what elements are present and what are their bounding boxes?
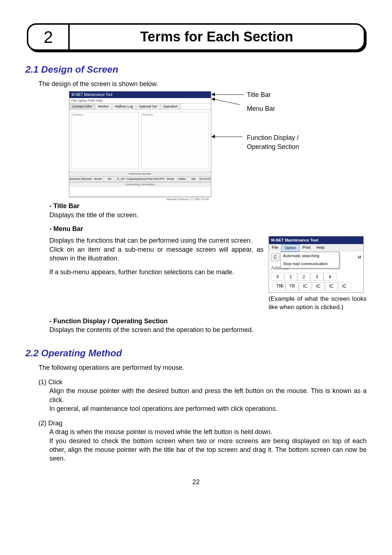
fig1-tab: Monitor — [95, 104, 112, 109]
term-title-bar-desc: Displays the title of the screen. — [49, 211, 367, 219]
fig1-connecting-info-bar: Connecting Information — [69, 182, 211, 187]
cell: TR — [273, 282, 286, 290]
chapter-number: 2 — [28, 25, 70, 49]
section-2-2-heading: 2.2 Operating Method — [25, 347, 367, 360]
term-menu-bar: - Menu Bar — [49, 224, 367, 233]
fig1-left-grid: Address — [72, 112, 139, 169]
th: BranchPair — [139, 177, 154, 182]
item-click-num: (1) Click — [38, 378, 367, 386]
term-menu-bar-p1: Displays the functions that can be perfo… — [49, 236, 264, 245]
th: ErrorCD — [199, 177, 211, 182]
fig2-c-button[interactable]: C — [271, 253, 279, 261]
cell: 4 — [323, 273, 336, 281]
th: Address — [69, 177, 81, 182]
figure-option-dropdown: M-NET Maintenance Tool File Option Print… — [269, 236, 364, 293]
term-menu-bar-p2: Click on an item and a sub-menu or messa… — [49, 245, 264, 263]
fig2-address-row-0: 0 TR TR IC IC IC IC — [271, 282, 361, 290]
term-function-section-desc: Displays the contents of the screen and … — [49, 325, 367, 334]
cell: 2 — [297, 273, 310, 281]
fig2-menu-option[interactable]: Option — [281, 244, 299, 252]
term-menu-bar-p3: If a sub-menu appears, further function … — [49, 268, 264, 276]
fig2-address-header-row: 0 1 2 3 4 — [271, 273, 361, 281]
fig1-title-bar: M-NET Maintenance Tool — [69, 92, 211, 98]
fig2-dropdown: Automatic searching Stop mail communicat… — [281, 252, 339, 268]
fig1-tabs: Connect Infor Monitor Malfunc Log Option… — [69, 103, 211, 110]
fig2-caption: (Example of what the screen looks like w… — [269, 295, 367, 312]
fig2-menu-file[interactable]: File — [269, 244, 281, 252]
arrow-icon — [211, 97, 215, 101]
item-click-p2: In general, all maintenance tool operati… — [49, 404, 367, 413]
fig1-menu-bar: File Option Print Help — [69, 98, 211, 103]
fig1-lower-table — [69, 187, 211, 197]
callout-line — [215, 137, 242, 137]
fig1-tab: Operation — [160, 104, 181, 109]
fig1-table-headers: Address Attribute Model Ver G_NO Capacit… — [69, 177, 211, 182]
th: Mode — [165, 177, 176, 182]
item-drag-num: (2) Drag — [38, 419, 367, 428]
th: Set — [188, 177, 200, 182]
figure-screen-design: M-NET Maintenance Tool File Option Print… — [69, 91, 367, 197]
th: Intake — [176, 177, 188, 182]
fig2-toolbar-right: M — [358, 255, 361, 260]
callout-line — [215, 99, 240, 105]
fig2-dropdown-item[interactable]: Automatic searching — [281, 252, 339, 260]
term-function-section: - Function Display / Operating Section — [49, 317, 367, 325]
callout-line — [215, 94, 244, 95]
fig1-tab: Optional Set — [136, 104, 160, 109]
cell: 1 — [284, 273, 297, 281]
cell: 0 — [271, 273, 284, 281]
fig1-tab: Malfunc Log — [112, 104, 136, 109]
cell: TR — [286, 282, 299, 290]
cell: 3 — [310, 273, 323, 281]
fig2-menu-help[interactable]: Help — [314, 244, 328, 252]
term-title-bar: - Title Bar — [49, 202, 367, 210]
fig1-body: Address Address — [69, 110, 211, 171]
fig1-right-grid: Address — [141, 112, 209, 169]
fig1-window: M-NET Maintenance Tool File Option Print… — [69, 91, 211, 197]
item-drag-p1: A drag is when the mouse pointer is move… — [49, 428, 367, 436]
item-click-p1: Align the mouse pointer with the desired… — [49, 386, 367, 404]
th: Model — [92, 177, 104, 182]
item-drag-p2: If you desired to check the bottom scree… — [49, 437, 367, 463]
fig1-status-bar: Monday February 17 2003 14:34 — [69, 197, 211, 202]
fig2-title-bar: M-NET Maintenance Tool — [269, 236, 363, 244]
th: Ver — [104, 177, 115, 182]
grid-label: Address — [73, 113, 83, 117]
fig2-menu-print[interactable]: Print — [299, 244, 314, 252]
chapter-title: Terms for Each Section — [70, 25, 364, 49]
arrow-icon — [211, 135, 215, 138]
cell: IC — [338, 282, 351, 290]
fig2-menu-bar: File Option Print Help — [269, 244, 363, 252]
sec21-intro: The design of the screen is shown below. — [38, 80, 367, 88]
cell: IC — [325, 282, 338, 290]
th: ON/OFF — [153, 177, 165, 182]
cell: IC — [299, 282, 312, 290]
th: Attribute — [81, 177, 93, 182]
cell: IC — [312, 282, 325, 290]
callout-menu-bar: Menu Bar — [247, 104, 275, 113]
th: G_NO — [115, 177, 127, 182]
th: Capacity — [127, 177, 139, 182]
fig1-tab: Connect Infor — [69, 104, 95, 109]
fig1-individual-monitor-bar: Individual Monitor — [69, 171, 211, 177]
fig2-dropdown-item[interactable]: Stop mail communication — [281, 260, 339, 268]
grid-label: Address — [142, 113, 153, 117]
arrow-icon — [211, 93, 215, 96]
page-number: 22 — [25, 478, 367, 486]
callout-function-section: Function Display / Operating Section — [247, 133, 327, 151]
sec22-intro: The following operations are performed b… — [38, 363, 367, 372]
section-2-1-heading: 2.1 Design of Screen — [25, 63, 367, 76]
chapter-banner: 2 Terms for Each Section — [27, 23, 365, 51]
callout-title-bar: Title Bar — [247, 90, 271, 99]
